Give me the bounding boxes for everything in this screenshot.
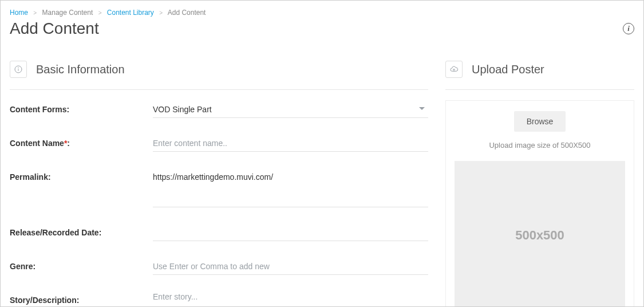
- label-genre: Genre:: [10, 258, 153, 271]
- breadcrumb-sep: >: [159, 10, 163, 16]
- content-name-input[interactable]: [153, 135, 428, 152]
- permalink-prefix: https://markettingdemo.muvi.com/: [153, 169, 428, 183]
- breadcrumb-current: Add Content: [168, 9, 206, 17]
- label-release-date: Release/Recorded Date:: [10, 225, 153, 237]
- breadcrumb-sep: >: [98, 10, 102, 16]
- page-title: Add Content: [10, 19, 99, 38]
- story-textarea[interactable]: [153, 292, 428, 307]
- section-upload-header: Upload Poster: [445, 61, 634, 90]
- section-basic-header: Basic Information: [10, 61, 428, 90]
- breadcrumb-sep: >: [33, 10, 37, 16]
- permalink-input[interactable]: [153, 191, 428, 207]
- breadcrumb-library[interactable]: Content Library: [107, 9, 154, 17]
- browse-button[interactable]: Browse: [514, 111, 566, 132]
- section-basic-title: Basic Information: [36, 63, 125, 76]
- release-date-input[interactable]: [153, 225, 428, 241]
- cloud-upload-icon: [445, 61, 463, 78]
- upload-hint: Upload image size of 500X500: [489, 141, 590, 149]
- breadcrumb-manage: Manage Content: [42, 9, 93, 17]
- breadcrumb: Home > Manage Content > Content Library …: [10, 7, 634, 18]
- section-upload-title: Upload Poster: [472, 63, 544, 76]
- info-icon[interactable]: i: [623, 23, 634, 34]
- breadcrumb-home[interactable]: Home: [10, 9, 28, 17]
- label-content-forms: Content Forms:: [10, 101, 153, 114]
- label-content-name: Content Name*:: [10, 135, 153, 148]
- svg-point-2: [18, 68, 19, 68]
- content-forms-select[interactable]: [153, 101, 428, 118]
- label-story: Story/Description:: [10, 292, 153, 305]
- poster-placeholder: 500x500: [455, 161, 625, 307]
- label-permalink: Permalink:: [10, 169, 153, 182]
- genre-input[interactable]: [153, 258, 428, 275]
- info-circle-icon: [10, 61, 27, 78]
- upload-panel: Browse Upload image size of 500X500 500x…: [445, 100, 634, 307]
